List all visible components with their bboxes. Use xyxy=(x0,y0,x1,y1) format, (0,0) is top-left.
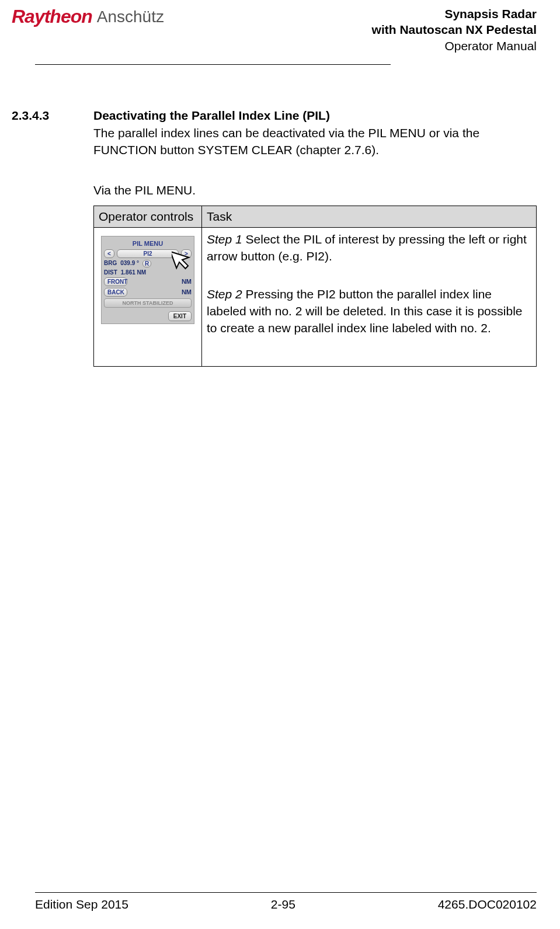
page-footer: Edition Sep 2015 2-95 4265.DOC020102 xyxy=(35,892,537,911)
step1-label: Step 1 xyxy=(207,232,242,246)
step2-text: Pressing the PI2 button the parallel ind… xyxy=(207,287,522,335)
task-cell: Step 1 Select the PIL of interest by pre… xyxy=(202,227,537,366)
header-line3: Operator Manual xyxy=(372,38,537,54)
pil-front-unit: NM xyxy=(182,278,192,285)
footer-edition: Edition Sep 2015 xyxy=(35,897,128,911)
svg-marker-0 xyxy=(172,247,192,272)
cursor-arrow-icon xyxy=(172,247,193,273)
section-title: Deactivating the Parallel Index Line (PI… xyxy=(93,109,537,123)
page-header: Raytheon Anschütz Synapsis Radar with Na… xyxy=(12,6,537,60)
via-text: Via the PIL MENU. xyxy=(93,183,537,197)
section-intro: The parallel index lines can be deactiva… xyxy=(93,125,537,159)
footer-page: 2-95 xyxy=(271,897,295,911)
header-line1: Synapsis Radar xyxy=(372,6,537,22)
logo-anschutz: Anschütz xyxy=(97,8,164,26)
pil-back-button[interactable]: BACK xyxy=(104,288,127,297)
pil-brg-r-button[interactable]: R xyxy=(142,260,151,267)
pil-dist-value: 1.861 NM xyxy=(121,269,146,276)
table-header-controls: Operator controls xyxy=(94,206,202,227)
pil-brg-value: 039.9 ° xyxy=(120,260,139,267)
pil-exit-button[interactable]: EXIT xyxy=(168,311,192,321)
table-header-task: Task xyxy=(202,206,537,227)
operator-controls-cell: PIL MENU < PI2 > BRG 039.9 ° R xyxy=(94,227,202,366)
pil-brg-label: BRG xyxy=(104,260,117,267)
operator-table: Operator controls Task PIL MENU < PI2 > xyxy=(93,206,537,367)
step2-label: Step 2 xyxy=(207,287,242,301)
pil-back-unit: NM xyxy=(182,288,192,295)
pil-north-stabilized: NORTH STABILIZED xyxy=(104,298,192,308)
logo-raytheon: Raytheon xyxy=(12,6,92,27)
content-area: 2.3.4.3 Deactivating the Parallel Index … xyxy=(12,65,537,892)
pil-front-button[interactable]: FRONT xyxy=(104,277,127,286)
header-title-block: Synapsis Radar with Nautoscan NX Pedesta… xyxy=(372,6,537,54)
pil-left-arrow-button[interactable]: < xyxy=(104,249,114,258)
logo: Raytheon Anschütz xyxy=(12,6,164,27)
pil-menu-title: PIL MENU xyxy=(104,240,192,247)
header-line2: with Nautoscan NX Pedestal xyxy=(372,22,537,37)
pil-menu-panel: PIL MENU < PI2 > BRG 039.9 ° R xyxy=(101,236,194,324)
step1-text: Select the PIL of interest by pressing t… xyxy=(207,232,527,263)
footer-doc: 4265.DOC020102 xyxy=(438,897,537,911)
section-number: 2.3.4.3 xyxy=(12,109,58,367)
pil-dist-label: DIST xyxy=(104,269,117,276)
pil-selected-button[interactable]: PI2 xyxy=(117,249,179,258)
